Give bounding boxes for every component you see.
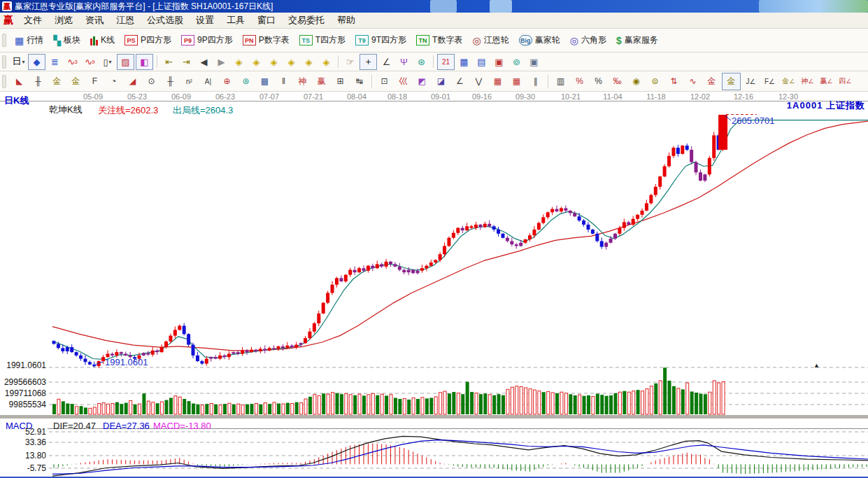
draw-gold-angle[interactable]: 金∠ [780,73,797,90]
draw-parallel-lines[interactable]: ∥ [527,73,544,90]
draw-ruler-grid[interactable]: ⊞ [332,73,349,90]
tool-wave-3[interactable]: ∿3 [64,55,80,69]
menu-help[interactable]: 帮助 [331,13,362,28]
tool-diamond-vertical[interactable]: ◈ [283,55,299,69]
tool-period-day[interactable]: 日▾ [10,55,27,69]
menu-trade-order[interactable]: 交易委托 [282,13,331,28]
draw-four-angle[interactable]: 四∠ [837,73,854,90]
tool-jump-first[interactable]: ⇤ [161,55,177,69]
menu-gann[interactable]: 江恩 [110,13,141,28]
draw-gold-grid-2[interactable]: 金 [67,73,85,90]
draw-mirror-a[interactable]: A| [199,73,217,90]
tool-calculator[interactable]: ▦ [456,55,472,69]
draw-fan-brush[interactable]: ◣ [10,73,28,90]
tool-spiral-web[interactable]: ⊛ [413,55,429,69]
draw-f-angle[interactable]: F∠ [761,73,778,90]
draw-count-pen[interactable]: ⇅ [665,73,683,90]
menu-window[interactable]: 窗口 [251,13,282,28]
tool-pattern-box[interactable]: ▨ [117,54,134,70]
tool-pan-hand[interactable]: ☞ [342,55,358,69]
toolbar-grip[interactable] [2,75,6,88]
draw-gold-underline[interactable]: 金 [703,73,720,90]
toolbar-button-winner-service[interactable]: $赢家服务 [611,32,663,48]
draw-gann-fan[interactable]: 巛 [394,73,412,90]
draw-fibonacci-lines[interactable]: F [86,73,104,90]
draw-price-grid-b[interactable]: ▦ [508,73,525,90]
draw-percent-line[interactable]: % [571,73,588,90]
tool-jump-last[interactable]: ⇥ [178,55,194,69]
draw-j-angle[interactable]: J∠ [742,73,760,90]
draw-shen-angle[interactable]: 神∠ [799,73,816,90]
tool-volume-distribution[interactable]: ◧ [136,54,153,70]
draw-n-square[interactable]: n² [180,73,198,90]
tool-single-kline[interactable]: ▯▾ [99,55,115,69]
scroll-marker-icon[interactable]: ▲ [813,362,820,369]
draw-box-tool[interactable]: ⊡ [376,73,393,90]
draw-spider-web[interactable]: ⊛ [237,73,255,90]
tool-notes[interactable]: ▤ [474,55,490,69]
menu-settings[interactable]: 设置 [190,13,220,28]
toolbar-button-p-square[interactable]: PSP四方形 [120,32,176,48]
toolbar-button-quotes[interactable]: ▦行情 [10,32,48,48]
draw-time-circle[interactable]: ⊙ [143,73,160,90]
tool-angle-ruler[interactable]: ∠ [378,55,394,69]
tool-diamond-left[interactable]: ◈ [231,55,247,69]
pane-period-label[interactable]: 日K线 [4,94,29,107]
tool-workstation[interactable]: ▣ [526,55,542,69]
tool-qiankun-pattern[interactable]: ◆ [28,54,45,70]
toolbar-button-kline[interactable]: K线 [85,32,120,48]
draw-gold-level[interactable]: ⊜ [646,73,664,90]
tool-network[interactable]: ⊚ [508,55,525,69]
tool-diamond-cross[interactable]: ◈ [301,55,317,69]
draw-percent[interactable]: % [590,73,607,90]
draw-gann-box-a[interactable]: ◩ [413,73,431,90]
tool-info-list[interactable]: ≣ [47,55,63,69]
tool-crosshair[interactable]: ＋ [360,54,377,70]
toolbar-button-hexagon[interactable]: ◎六角形 [565,32,611,48]
draw-red-brush[interactable]: ◢ [124,73,141,90]
draw-shen-grid[interactable]: 神 [294,73,311,90]
draw-gold-grid-1[interactable]: 金 [48,73,66,90]
tool-diamond-horizontal[interactable]: ◈ [266,55,282,69]
draw-web-box[interactable]: ▩ [256,73,273,90]
draw-zigzag[interactable]: ⋁ [470,73,488,90]
toolbar-button-nine-p-square[interactable]: P99P四方形 [176,32,238,48]
draw-gold-circle[interactable]: ◉ [627,73,645,90]
menu-formula-picker[interactable]: 公式选股 [141,13,190,28]
draw-win-box[interactable]: 赢 [313,73,330,90]
menu-file[interactable]: 文件 [17,13,48,28]
toolbar-button-winner-wheel[interactable]: Big赢家轮 [514,32,565,48]
menu-news[interactable]: 资讯 [79,13,110,28]
tool-gann-tool[interactable]: Ψ [396,55,412,69]
menu-browse[interactable]: 浏览 [48,13,79,28]
toolbar-button-sectors[interactable]: ▚板块 [48,32,85,48]
draw-win-angle[interactable]: 赢∠ [818,73,835,90]
draw-permille[interactable]: ‰ [609,73,626,90]
tool-wave-9[interactable]: ∿9 [82,55,98,69]
toolbar-button-t-number-table[interactable]: TNT数字表 [411,32,467,48]
draw-circle-cross[interactable]: ⊕ [218,73,236,90]
tool-calendar-21[interactable]: 21 [437,54,455,70]
toolbar-button-gann-wheel[interactable]: ◎江恩轮 [467,32,513,48]
draw-price-grid-a[interactable]: ▦ [489,73,506,90]
draw-gann-comb[interactable]: ╫ [29,73,47,90]
draw-gold-box[interactable]: 金 [722,73,741,90]
tool-step-forward[interactable]: ▶ [213,55,229,69]
chart-canvas[interactable] [0,92,868,477]
toolbar-grip[interactable] [2,34,6,47]
menu-tools[interactable]: 工具 [220,13,251,28]
tool-step-back[interactable]: ◀ [196,55,212,69]
toolbar-button-t-square[interactable]: TST四方形 [294,32,350,48]
toolbar-grip[interactable] [2,55,6,69]
draw-wave-tool[interactable]: ∿ [684,73,702,90]
draw-gann-box-b[interactable]: ◪ [432,73,450,90]
draw-spiral[interactable]: ◔ [105,73,122,90]
symbol-label[interactable]: 1A0001 上证指数 [787,99,865,112]
toolbar-button-p-number-table[interactable]: PNP数字表 [238,32,294,48]
draw-pulse-mark[interactable]: ǁ [275,73,292,90]
tool-save[interactable]: ▣ [491,55,507,69]
draw-span-measure[interactable]: ↹ [350,73,368,90]
tool-diamond-right[interactable]: ◈ [248,55,264,69]
draw-angle-line[interactable]: ∠ [451,73,469,90]
draw-scale-rule[interactable]: ▥ [552,73,569,90]
